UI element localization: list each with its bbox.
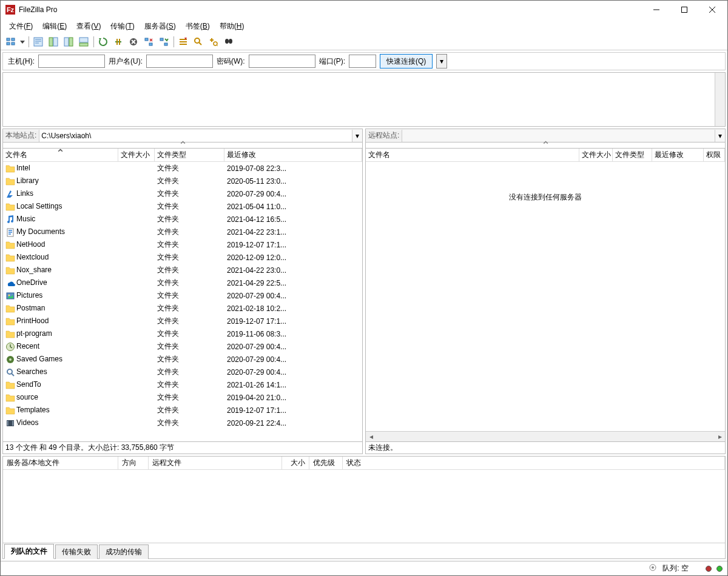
- menu-view[interactable]: 查看(V): [72, 20, 106, 33]
- file-type: 文件夹: [155, 367, 224, 377]
- queue-col-direction[interactable]: 方向: [118, 457, 149, 469]
- queue-body[interactable]: [3, 470, 725, 543]
- file-name: My Documents: [16, 227, 65, 236]
- remote-col-name[interactable]: 文件名: [366, 149, 579, 161]
- menu-server[interactable]: 服务器(S): [140, 20, 181, 33]
- queue-col-priority[interactable]: 优先级: [309, 457, 343, 469]
- table-row[interactable]: SendTo文件夹2021-01-26 14:1...: [3, 378, 362, 391]
- table-row[interactable]: Local Settings文件夹2021-05-04 11:0...: [3, 200, 362, 213]
- table-row[interactable]: Links文件夹2020-07-29 00:4...: [3, 187, 362, 200]
- message-log[interactable]: [2, 72, 726, 127]
- local-tree-collapsed[interactable]: ⌃: [3, 142, 362, 149]
- queue-col-remote[interactable]: 远程文件: [149, 457, 282, 469]
- menu-transfer[interactable]: 传输(T): [106, 20, 139, 33]
- table-row[interactable]: Videos文件夹2020-09-21 22:4...: [3, 417, 362, 429]
- svg-rect-21: [79, 43, 88, 46]
- port-input[interactable]: [349, 55, 376, 68]
- maximize-button[interactable]: [670, 1, 698, 19]
- table-row[interactable]: OneDrive文件夹2021-04-29 22:5...: [3, 276, 362, 289]
- table-row[interactable]: NetHood文件夹2019-12-07 17:1...: [3, 238, 362, 251]
- doc-icon: [5, 227, 15, 237]
- message-log-scrollbar[interactable]: [715, 73, 725, 126]
- local-col-name[interactable]: 文件名⌃: [3, 149, 118, 161]
- reconnect-icon[interactable]: [157, 35, 170, 49]
- minimize-button[interactable]: [642, 1, 670, 19]
- disconnect-icon[interactable]: [142, 35, 155, 49]
- process-queue-icon[interactable]: [112, 35, 125, 49]
- remote-col-size[interactable]: 文件大小: [579, 149, 613, 161]
- remote-col-type[interactable]: 文件类型: [613, 149, 652, 161]
- quick-connect-dropdown[interactable]: ▾: [436, 54, 447, 69]
- file-modified: 2019-12-07 17:1...: [224, 406, 362, 415]
- site-manager-dropdown-icon[interactable]: [19, 35, 25, 49]
- menu-file[interactable]: 文件(F): [4, 20, 38, 33]
- table-row[interactable]: Pictures文件夹2020-07-29 00:4...: [3, 289, 362, 302]
- remote-hscroll[interactable]: ◂▸: [366, 431, 725, 441]
- local-col-type[interactable]: 文件类型: [155, 149, 224, 161]
- queue-tab-queued[interactable]: 列队的文件: [4, 544, 54, 559]
- file-modified: 2021-01-26 14:1...: [224, 381, 362, 389]
- table-row[interactable]: PrintHood文件夹2019-12-07 17:1...: [3, 315, 362, 327]
- quick-connect-button[interactable]: 快速连接(Q): [380, 54, 433, 69]
- quick-connect-bar: 主机(H): 用户名(U): 密码(W): 端口(P): 快速连接(Q) ▾: [2, 52, 726, 70]
- queue-tab-success[interactable]: 成功的传输: [99, 544, 149, 559]
- menu-edit[interactable]: 编辑(E): [38, 20, 72, 33]
- search-remote-icon[interactable]: [222, 35, 235, 49]
- file-modified: 2020-12-09 12:0...: [224, 253, 362, 262]
- table-row[interactable]: Postman文件夹2021-02-18 10:2...: [3, 302, 362, 315]
- table-row[interactable]: Library文件夹2020-05-11 23:0...: [3, 175, 362, 187]
- table-row[interactable]: Searches文件夹2020-07-29 00:4...: [3, 366, 362, 378]
- file-name: Nextcloud: [16, 253, 49, 261]
- filter-icon[interactable]: [177, 35, 190, 49]
- toggle-queue-icon[interactable]: [77, 35, 90, 49]
- table-row[interactable]: Recent文件夹2020-07-29 00:4...: [3, 340, 362, 353]
- table-row[interactable]: Templates文件夹2019-12-07 17:1...: [3, 404, 362, 417]
- remote-col-perm[interactable]: 权限: [704, 149, 725, 161]
- local-file-list[interactable]: 文件名⌃ 文件大小 文件类型 最近修改 Intel文件夹2019-07-08 2…: [3, 149, 362, 441]
- cancel-icon[interactable]: [127, 35, 140, 49]
- queue-col-server[interactable]: 服务器/本地文件: [3, 457, 118, 469]
- toggle-log-icon[interactable]: [32, 35, 45, 49]
- queue-status-icon: [648, 564, 658, 573]
- table-row[interactable]: Nextcloud文件夹2020-12-09 12:0...: [3, 251, 362, 264]
- refresh-icon[interactable]: [96, 35, 110, 49]
- local-col-modified[interactable]: 最近修改: [224, 149, 362, 161]
- close-button[interactable]: [698, 1, 726, 19]
- local-path-input[interactable]: [39, 130, 352, 142]
- remote-path-dropdown-icon[interactable]: ▾: [715, 130, 725, 142]
- remote-col-modified[interactable]: 最近修改: [652, 149, 704, 161]
- queue-col-status[interactable]: 状态: [343, 457, 725, 469]
- file-modified: 2020-07-29 00:4...: [224, 292, 362, 300]
- toggle-remote-tree-icon[interactable]: [62, 35, 75, 49]
- menu-bookmarks[interactable]: 书签(B): [181, 20, 215, 33]
- table-row[interactable]: Intel文件夹2019-07-08 22:3...: [3, 162, 362, 175]
- table-row[interactable]: Nox_share文件夹2021-04-22 23:0...: [3, 264, 362, 276]
- svg-rect-14: [12, 42, 15, 45]
- table-row[interactable]: My Documents文件夹2021-04-22 23:1...: [3, 226, 362, 238]
- file-name: Postman: [16, 304, 45, 312]
- remote-file-list[interactable]: 文件名 文件大小 文件类型 最近修改 权限 没有连接到任何服务器 ◂▸: [366, 149, 725, 441]
- folder-icon: [5, 266, 15, 275]
- file-modified: 2019-12-07 17:1...: [224, 317, 362, 326]
- file-modified: 2020-09-21 22:4...: [224, 419, 362, 427]
- folder-icon: [5, 202, 15, 212]
- table-row[interactable]: Saved Games文件夹2020-07-29 00:4...: [3, 353, 362, 366]
- remote-tree-collapsed[interactable]: ⌃: [366, 142, 725, 149]
- sync-browse-icon[interactable]: [207, 35, 220, 49]
- password-input[interactable]: [249, 55, 315, 68]
- site-manager-icon[interactable]: [4, 35, 18, 49]
- compare-icon[interactable]: [192, 35, 205, 49]
- table-row[interactable]: pt-program文件夹2019-11-06 08:3...: [3, 327, 362, 340]
- local-col-size[interactable]: 文件大小: [118, 149, 155, 161]
- menu-help[interactable]: 帮助(H): [215, 20, 249, 33]
- queue-tab-failed[interactable]: 传输失败: [55, 544, 98, 559]
- username-input[interactable]: [146, 55, 213, 68]
- table-row[interactable]: Music文件夹2021-04-12 16:5...: [3, 213, 362, 226]
- host-input[interactable]: [38, 55, 105, 68]
- toggle-local-tree-icon[interactable]: [47, 35, 60, 49]
- table-row[interactable]: source文件夹2019-04-20 21:0...: [3, 391, 362, 404]
- app-logo-icon: Fz: [5, 5, 15, 15]
- local-path-dropdown-icon[interactable]: ▾: [352, 130, 362, 142]
- queue-col-size[interactable]: 大小: [282, 457, 309, 469]
- remote-path-input[interactable]: [402, 130, 715, 142]
